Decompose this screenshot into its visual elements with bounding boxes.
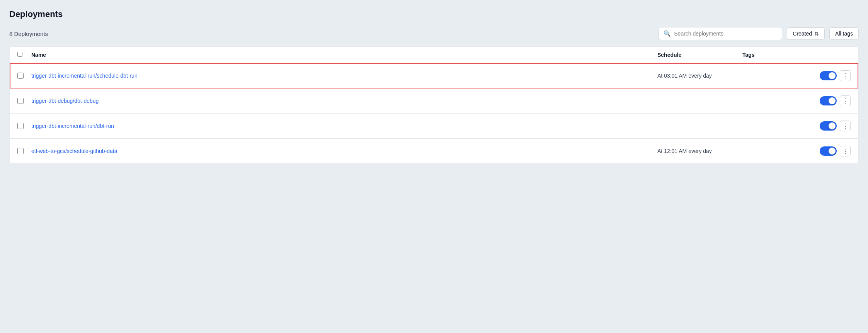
row-checkbox-cell: [17, 98, 31, 104]
sort-chevron-icon: ⇅: [814, 31, 819, 37]
deployment-name-link[interactable]: trigger-dbt-debug/dbt-debug: [31, 98, 657, 104]
toolbar: 8 Deployments 🔍 Created ⇅ All tags: [9, 27, 859, 40]
row-actions: ⋮: [804, 146, 851, 156]
deployment-name-link[interactable]: trigger-dbt-incremental-run/schedule-dbt…: [31, 73, 657, 79]
more-options-button[interactable]: ⋮: [840, 146, 851, 156]
more-options-button[interactable]: ⋮: [840, 70, 851, 81]
toggle-slider: [820, 96, 837, 105]
deployment-toggle[interactable]: [820, 71, 837, 80]
toggle-slider: [820, 71, 837, 80]
tags-label: All tags: [835, 31, 853, 37]
row-checkbox-cell: [17, 148, 31, 154]
deployment-name-link[interactable]: trigger-dbt-incremental-run/dbt-run: [31, 123, 657, 129]
sort-label: Created: [793, 31, 812, 37]
row-checkbox-cell: [17, 123, 31, 129]
page-title: Deployments: [9, 9, 859, 19]
search-icon: 🔍: [664, 30, 671, 37]
row-actions: ⋮: [804, 95, 851, 106]
deployments-table: Name Schedule Tags trigger-dbt-increment…: [9, 46, 859, 164]
row-actions: ⋮: [804, 70, 851, 81]
search-box: 🔍: [659, 27, 782, 40]
table-row: trigger-dbt-incremental-run/dbt-run ⋮: [10, 114, 858, 139]
table-header: Name Schedule Tags: [10, 47, 858, 63]
row-checkbox-0[interactable]: [17, 73, 24, 79]
search-input[interactable]: [674, 31, 777, 37]
tags-button[interactable]: All tags: [829, 27, 859, 40]
row-checkbox-3[interactable]: [17, 148, 24, 154]
deployment-toggle[interactable]: [820, 96, 837, 105]
column-header-name: Name: [31, 52, 657, 58]
toggle-slider: [820, 121, 837, 131]
header-checkbox-cell: [17, 51, 31, 58]
column-header-schedule: Schedule: [657, 52, 742, 58]
table-body: trigger-dbt-incremental-run/schedule-dbt…: [10, 63, 858, 163]
deployment-schedule: At 12:01 AM every day: [657, 148, 742, 154]
table-row: trigger-dbt-debug/dbt-debug ⋮: [10, 88, 858, 114]
table-row: trigger-dbt-incremental-run/schedule-dbt…: [10, 63, 858, 88]
row-actions: ⋮: [804, 121, 851, 131]
deployment-toggle[interactable]: [820, 146, 837, 156]
deployment-count: 8 Deployments: [9, 31, 654, 37]
toggle-slider: [820, 146, 837, 156]
sort-button[interactable]: Created ⇅: [787, 27, 825, 40]
column-header-tags: Tags: [742, 52, 804, 58]
row-checkbox-2[interactable]: [17, 123, 24, 129]
deployment-toggle[interactable]: [820, 121, 837, 131]
select-all-checkbox[interactable]: [17, 52, 22, 57]
table-row: etl-web-to-gcs/schedule-github-data At 1…: [10, 139, 858, 163]
row-checkbox-1[interactable]: [17, 98, 24, 104]
deployment-name-link[interactable]: etl-web-to-gcs/schedule-github-data: [31, 148, 657, 154]
row-checkbox-cell: [17, 73, 31, 79]
deployment-schedule: At 03:01 AM every day: [657, 73, 742, 79]
more-options-button[interactable]: ⋮: [840, 121, 851, 131]
more-options-button[interactable]: ⋮: [840, 95, 851, 106]
